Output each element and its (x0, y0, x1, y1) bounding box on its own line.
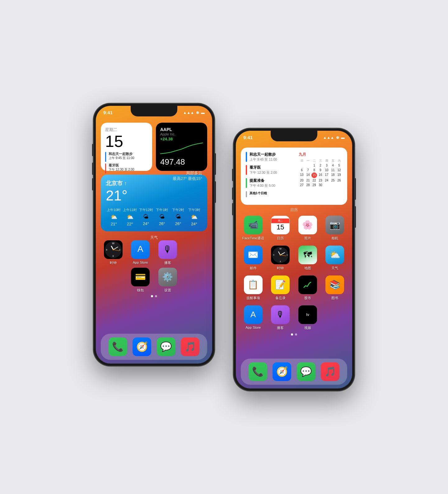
phone-emoji: 📞 (112, 341, 124, 352)
dock-music-icon-r[interactable]: 🎵 (321, 362, 339, 381)
cal-event-text-1: 和志天一起散步 上午 9:45 至 11:00 (109, 152, 134, 160)
empty-app-1 (183, 240, 208, 265)
books-item[interactable]: 📚 图书 (323, 275, 348, 300)
settings-app-item[interactable]: ⚙️ 设置 (155, 268, 180, 293)
podcasts-icon: 🎙 (158, 240, 177, 259)
cal-bar-2 (246, 165, 247, 175)
clock-6: 6 (113, 255, 114, 257)
wallet-app-item[interactable]: 💳 钱包 (128, 268, 153, 293)
cal-dot-1 (105, 152, 106, 162)
status-icons-right: ▲▲▲ ⊛ ▬ (323, 135, 345, 140)
notes-label: 备忘录 (275, 296, 286, 300)
cal-event-info-3: 提案准备 下午 4:00 至 5:00 (250, 178, 275, 188)
calendar-widget-large[interactable]: 和志天一起散步 上午 9:45 至 11:00 看牙医 下午 12:30 至 2… (241, 148, 347, 205)
reminders-label: 提醒事项 (246, 296, 260, 300)
stocks-item-r[interactable]: 股市 (295, 275, 320, 300)
appstore-item-r[interactable]: A App Store (241, 305, 266, 330)
page-dot-r-2 (295, 333, 297, 336)
dock-music-icon[interactable]: 🎵 (181, 337, 199, 356)
calendar-label-r: 日历 (277, 236, 284, 241)
clock-icon-large: 12 3 6 9 (104, 240, 123, 259)
weather-item[interactable]: ⛅ 天气 (323, 246, 348, 271)
widget-row-1: 星期二 15 和志天一起散步 上午 9:45 至 11:00 (101, 123, 207, 171)
weather-hour-3: 下午12时 🌤 24° (138, 208, 154, 226)
phone-emoji-r: 📞 (252, 366, 264, 377)
clock-label-r: 时钟 (277, 266, 284, 271)
dock-safari-icon[interactable]: 🧭 (133, 337, 151, 356)
appletv-item[interactable]: tv 视频 (295, 305, 320, 330)
cal-event-info-4: 其他1个日程 (250, 191, 267, 197)
cal-event-2: 看牙医 下午 12:30 至 2:00 (105, 163, 148, 173)
maps-icon: 🗺 (298, 246, 317, 264)
empty-app-2 (101, 268, 126, 293)
dock-messages-icon[interactable]: 💬 (157, 337, 175, 356)
wifi-icon-right: ⊛ (336, 135, 339, 140)
mail-item[interactable]: ✉️ 邮件 (241, 246, 266, 271)
appletv-label: 视频 (304, 326, 311, 330)
status-time-right: 9:41 (243, 135, 253, 140)
widgets-area-left: 星期二 15 和志天一起散步 上午 9:45 至 11:00 (101, 123, 207, 300)
cal-week-3: 13 14 15 16 17 18 19 (299, 172, 342, 178)
weather-hour-6: 下午3时 ⛅ 24° (186, 208, 202, 226)
wallet-emoji: 💳 (135, 272, 146, 282)
svg-text:A: A (138, 244, 143, 254)
notes-item[interactable]: 📝 备忘录 (268, 275, 293, 300)
music-emoji: 🎵 (184, 341, 196, 352)
status-icons-left: ▲▲▲ ⊛ ▬ (183, 111, 205, 115)
cal-event-1: 和志天一起散步 上午 9:45 至 11:00 (105, 152, 148, 162)
clock-sec-hand (113, 249, 119, 251)
facetime-icon: 📹 (244, 216, 263, 234)
books-label: 图书 (331, 296, 338, 300)
maps-item[interactable]: 🗺 地图 (295, 246, 320, 271)
cal-event-item-4: 其他1个日程 (246, 191, 295, 197)
cal-bar-4 (246, 191, 247, 197)
facetime-label: FaceTime通话 (242, 236, 264, 241)
cal-dot-2 (105, 163, 106, 173)
facetime-item[interactable]: 📹 FaceTime通话 (241, 216, 266, 241)
reminders-icon: 📋 (244, 275, 263, 294)
clock-icon-r: 12 3 6 9 (271, 246, 290, 264)
dock-safari-icon-r[interactable]: 🧭 (273, 362, 291, 381)
calendar-widget-small[interactable]: 星期二 15 和志天一起散步 上午 9:45 至 11:00 (101, 123, 152, 171)
iphone-left: 9:41 ▲▲▲ ⊛ ▬ 星期二 15 (93, 103, 215, 366)
notch-left (131, 106, 177, 116)
podcasts-app-item[interactable]: 🎙 播客 (155, 240, 180, 265)
cal-bar-1 (246, 152, 247, 162)
reminders-item[interactable]: 📋 提醒事项 (241, 275, 266, 300)
wallpaper-right: 9:41 ▲▲▲ ⊛ ▬ 和志天 (236, 131, 352, 388)
cal-mini-month: 九月 (299, 152, 306, 157)
clock-label: 时钟 (110, 261, 117, 265)
mail-icon: ✉️ (244, 246, 263, 264)
weather-widget[interactable]: 北京市 ↑ 21° 局部多云 最高27° 最低15° 上午10时 ⛅ (101, 175, 207, 240)
dock-phone-icon[interactable]: 📞 (109, 337, 127, 356)
dock-messages-icon-r[interactable]: 💬 (297, 362, 315, 381)
cal-event-info-1: 和志天一起散步 上午 9:45 至 11:00 (250, 152, 277, 162)
cal-event-info-2: 看牙医 下午 12:30 至 2:00 (250, 165, 277, 175)
wallet-icon: 💳 (131, 268, 150, 286)
dock-phone-icon-r[interactable]: 📞 (249, 362, 267, 381)
weather-hour-2: 上午11时 ⛅ 22° (122, 208, 138, 226)
app-grid-left: 12 3 6 9 (101, 240, 207, 293)
status-time-left: 9:41 (103, 110, 113, 115)
clock-item-r[interactable]: 12 3 6 9 时钟 (268, 246, 293, 271)
camera-icon: 📷 (325, 216, 344, 234)
safari-emoji-r: 🧭 (276, 366, 288, 377)
cal-date: 15 (105, 133, 148, 149)
appstore-app-item[interactable]: A App Store (128, 240, 153, 265)
signal-icon-left: ▲▲▲ (183, 111, 194, 115)
app-grid-right: 📹 FaceTime通话 周二 15 日历 (241, 216, 347, 330)
appstore-icon-r: A (244, 305, 263, 324)
appstore-svg: A (135, 244, 146, 255)
weather-city: 北京市 ↑ (106, 180, 128, 187)
wallet-label: 钱包 (137, 288, 144, 293)
podcasts-item-r[interactable]: 🎙 播客 (268, 305, 293, 330)
dock-left: 📞 🧭 💬 🎵 (101, 334, 207, 360)
clock-app-item[interactable]: 12 3 6 9 (101, 240, 126, 265)
mail-label: 邮件 (250, 266, 257, 271)
calendar-item-r[interactable]: 周二 15 日历 (268, 216, 293, 241)
stocks-widget-small[interactable]: AAPL Apple Inc. +24.38 497.48 (156, 123, 207, 171)
cal-week-1: 1 2 3 4 5 (299, 163, 342, 168)
photos-item[interactable]: 🌸 照片 (295, 216, 320, 241)
camera-item[interactable]: 📷 相机 (323, 216, 348, 241)
messages-emoji-r: 💬 (300, 366, 312, 377)
